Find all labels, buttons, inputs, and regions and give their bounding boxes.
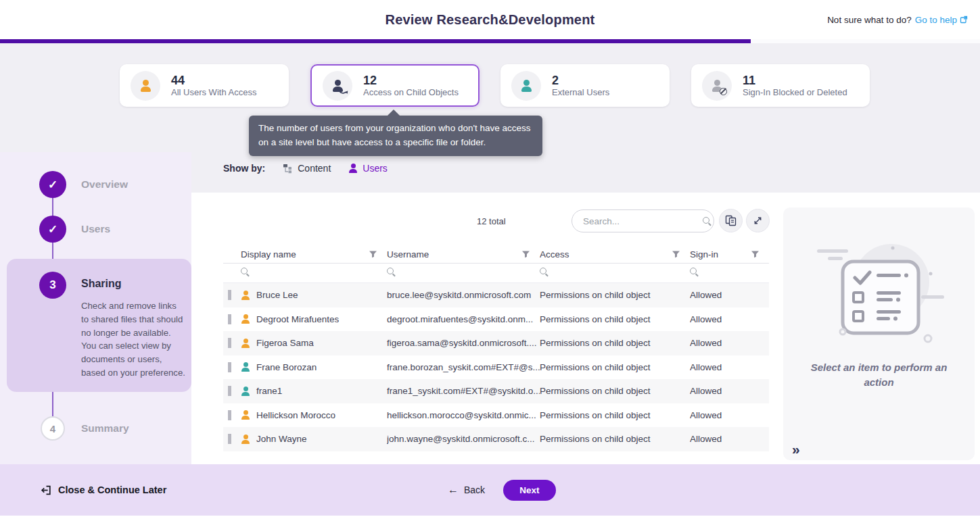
stat-label: External Users <box>552 87 609 97</box>
column-label: Access <box>540 249 569 259</box>
username: bruce.lee@syskitd.onmicrosoft.com <box>387 290 540 300</box>
back-label: Back <box>464 485 485 495</box>
expand-cell[interactable] <box>223 386 241 396</box>
column-label: Display name <box>241 249 296 259</box>
filter-icon[interactable] <box>751 250 760 258</box>
user-icon <box>241 362 250 372</box>
access: Permissions on child object <box>540 410 690 420</box>
search-icon <box>241 268 250 276</box>
user-icon <box>241 314 250 324</box>
close-continue-later-label: Close & Continue Later <box>58 485 166 495</box>
stat-text: 2 External Users <box>552 74 609 98</box>
step-circle-sharing[interactable]: 3 <box>39 272 66 299</box>
user-icon <box>139 80 151 92</box>
expand-cell[interactable] <box>223 290 241 300</box>
username: frane1_syskit.com#EXT#@syskitd.o... <box>387 386 540 396</box>
expand-grid-button[interactable] <box>746 209 770 232</box>
search-icon <box>540 268 549 276</box>
step-description-sharing: Check and remove links to shared files t… <box>81 299 186 380</box>
access: Permissions on child object <box>540 314 690 324</box>
expand-chevron-icon[interactable] <box>228 290 231 300</box>
stat-card-all-users-with-access[interactable]: 44 All Users With Access <box>120 64 289 107</box>
expand-cell[interactable] <box>223 314 241 324</box>
stat-label: Access on Child Objects <box>363 87 459 97</box>
column-signin[interactable]: Sign-in <box>690 249 769 259</box>
show-by-content-option[interactable]: Content <box>283 163 331 174</box>
blocked-icon <box>720 88 727 95</box>
expand-cell[interactable] <box>223 410 241 420</box>
search-input[interactable] <box>583 216 703 226</box>
access: Permissions on child object <box>540 290 690 300</box>
column-display-name[interactable]: Display name <box>241 249 387 259</box>
check-icon: ✓ <box>48 222 57 237</box>
app-window: Review Research&Development Not sure wha… <box>0 0 980 521</box>
curved-arrow-icon <box>338 89 348 95</box>
expand-chevron-icon[interactable] <box>228 410 231 420</box>
filter-icon[interactable] <box>369 250 377 258</box>
column-username[interactable]: Username <box>387 249 540 259</box>
search-icon[interactable] <box>703 217 705 226</box>
expand-chevron-icon[interactable] <box>228 362 231 372</box>
stat-icon-circle <box>511 71 541 101</box>
step-label-sharing[interactable]: Sharing <box>81 278 122 290</box>
stat-text: 11 Sign-In Blocked or Deleted <box>743 74 847 98</box>
filter-access[interactable] <box>540 267 690 279</box>
table-row[interactable]: Degroot Mirafuentes degroot.mirafuentes@… <box>223 307 769 332</box>
expand-cell[interactable] <box>223 338 241 348</box>
access: Permissions on child object <box>540 434 690 444</box>
user-icon <box>520 80 532 92</box>
signin-status: Allowed <box>690 314 769 324</box>
table-row[interactable]: John Wayne john.wayne@syskitd.onmicrosof… <box>223 427 769 451</box>
filter-signin[interactable] <box>690 267 769 279</box>
step-label-summary[interactable]: Summary <box>81 422 129 435</box>
table-row[interactable]: Figeroa Sama figeroa.sama@syskitd.onmicr… <box>223 331 769 355</box>
stat-card-signin-blocked-or-deleted[interactable]: 11 Sign-In Blocked or Deleted <box>691 64 870 107</box>
step-label-overview[interactable]: Overview <box>81 178 128 191</box>
table-row[interactable]: Frane Borozan frane.borozan_syskit.com#E… <box>223 355 769 380</box>
card-tooltip: The number of users from your organizati… <box>249 116 542 156</box>
help-link-label: Go to help <box>915 15 957 25</box>
step-circle-users[interactable]: ✓ <box>39 216 66 243</box>
expand-cell[interactable] <box>223 362 241 372</box>
total-count: 12 total <box>477 216 506 226</box>
back-button[interactable]: ← Back <box>448 464 485 516</box>
help-link[interactable]: Go to help <box>915 15 968 25</box>
show-by-users-option[interactable]: Users <box>348 163 388 174</box>
column-access[interactable]: Access <box>540 249 690 259</box>
username: figeroa.sama@syskitd.onmicrosoft.... <box>387 338 540 348</box>
show-by-row: Show by: Content Users <box>223 163 388 174</box>
expand-chevron-icon[interactable] <box>228 314 231 324</box>
signin-status: Allowed <box>690 386 769 396</box>
expand-cell[interactable] <box>223 434 241 444</box>
filter-icon[interactable] <box>672 250 680 258</box>
stat-icon-circle <box>323 71 352 101</box>
step-circle-overview[interactable]: ✓ <box>39 171 66 198</box>
expand-chevron-icon[interactable] <box>228 386 231 396</box>
check-icon: ✓ <box>48 178 57 192</box>
footer-bar: Close & Continue Later ← Back <box>0 464 980 516</box>
display-name: Hellickson Morocco <box>256 410 335 420</box>
export-button[interactable] <box>719 209 743 232</box>
stat-card-external-users[interactable]: 2 External Users <box>500 64 670 107</box>
help-area: Not sure what to do? Go to help <box>827 0 968 39</box>
step-label-users[interactable]: Users <box>81 223 110 235</box>
step-circle-summary[interactable]: 4 <box>41 416 65 441</box>
collapse-panel-icon[interactable]: » <box>792 442 800 456</box>
username: degroot.mirafuentes@syskitd.onm... <box>387 314 540 324</box>
expand-chevron-icon[interactable] <box>228 338 231 348</box>
expand-chevron-icon[interactable] <box>228 434 231 444</box>
close-continue-later-button[interactable]: Close & Continue Later <box>41 464 166 516</box>
filter-username[interactable] <box>387 267 540 279</box>
stat-icon-circle <box>131 71 160 101</box>
table-row[interactable]: Hellickson Morocco hellickson.morocco@sy… <box>223 403 769 428</box>
search-icon <box>387 268 396 276</box>
users-option-label: Users <box>363 163 388 174</box>
table-row[interactable]: Bruce Lee bruce.lee@syskitd.onmicrosoft.… <box>223 283 769 307</box>
exit-icon <box>41 485 52 496</box>
filter-icon[interactable] <box>521 250 530 258</box>
next-button[interactable]: Next <box>503 480 556 501</box>
stat-card-access-on-child-objects[interactable]: 12 Access on Child Objects <box>310 64 480 107</box>
checklist-illustration <box>805 233 954 348</box>
table-row[interactable]: frane1 frane1_syskit.com#EXT#@syskitd.o.… <box>223 379 769 403</box>
filter-display-name[interactable] <box>241 267 387 279</box>
